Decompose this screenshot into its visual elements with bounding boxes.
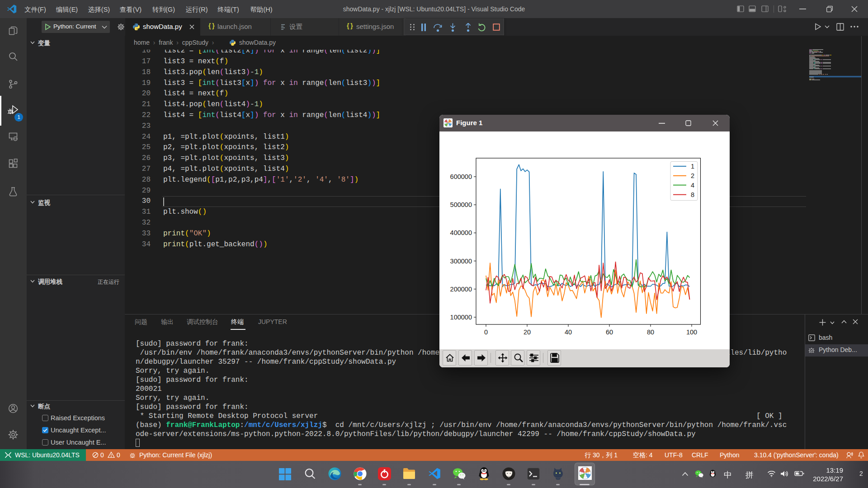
svg-text:4: 4	[691, 182, 694, 189]
svg-text:100: 100	[686, 328, 697, 336]
svg-text:2: 2	[691, 172, 694, 179]
svg-text:100000: 100000	[450, 314, 472, 321]
svg-text:0: 0	[484, 328, 488, 336]
svg-text:600000: 600000	[450, 173, 472, 180]
svg-text:80: 80	[647, 328, 654, 336]
svg-text:300000: 300000	[450, 258, 472, 265]
svg-text:8: 8	[691, 191, 694, 198]
svg-text:1: 1	[691, 163, 694, 170]
svg-text:60: 60	[606, 328, 613, 336]
svg-text:400000: 400000	[450, 229, 472, 236]
svg-text:20: 20	[524, 328, 531, 336]
svg-text:40: 40	[565, 328, 572, 336]
svg-text:200000: 200000	[450, 286, 472, 293]
svg-text:500000: 500000	[450, 201, 472, 208]
